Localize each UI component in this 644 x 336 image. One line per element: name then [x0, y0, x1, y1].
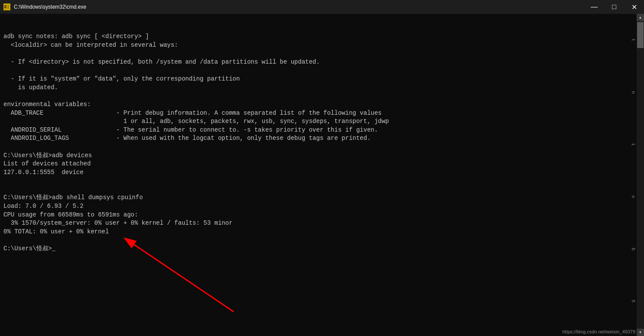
- side-label-o: o: [631, 195, 636, 198]
- console-line: 127.0.0.1:5555 device: [3, 168, 641, 177]
- console-line: CPU usage from 66589ms to 6591ms ago:: [3, 211, 641, 220]
- window-title: C:\Windows\system32\cmd.exe: [14, 4, 641, 10]
- console-line: 0% TOTAL: 0% user + 0% kernel: [3, 228, 641, 236]
- window-controls: — □ ✕: [584, 0, 644, 14]
- console-line: C:\Users\怪叔>_: [3, 245, 641, 253]
- console-line: [3, 177, 641, 185]
- console-line: List of devices attached: [3, 160, 641, 168]
- console-line: [3, 92, 641, 100]
- console-line: [3, 143, 641, 152]
- maximize-button[interactable]: □: [604, 0, 624, 14]
- console-line: [3, 49, 641, 58]
- console-line: C:\Users\怪叔>adb shell dumpsys cpuinfo: [3, 194, 641, 202]
- window-icon: C:: [3, 3, 10, 10]
- console-line: Load: 7.0 / 6.93 / 5.2: [3, 202, 641, 211]
- scrollbar-thumb[interactable]: [637, 22, 644, 48]
- watermark: https://blog.csdn.net/weixin_45079: [562, 329, 635, 334]
- console-line: - If <directory> is not specified, both …: [3, 58, 641, 67]
- side-label-t: t: [631, 39, 636, 42]
- console-line: adb sync notes: adb sync [ <directory> ]: [3, 32, 641, 41]
- cmd-window: C: C:\Windows\system32\cmd.exe — □ ✕ adb…: [0, 0, 644, 336]
- console-line: ANDROID_LOG_TAGS - When used with the lo…: [3, 134, 641, 143]
- console-line: is updated.: [3, 84, 641, 92]
- console-line: [3, 185, 641, 194]
- side-label-5: 5: [631, 300, 636, 303]
- scrollbar[interactable]: ▲ ▼: [637, 14, 644, 336]
- console-line: environmental variables:: [3, 100, 641, 109]
- console-output[interactable]: adb sync notes: adb sync [ <directory> ]…: [0, 14, 644, 336]
- console-line: [3, 236, 641, 245]
- console-line: <localdir> can be interpreted in several…: [3, 41, 641, 50]
- side-label-b: b: [631, 248, 636, 251]
- console-line: 1 or all, adb, sockets, packets, rwx, us…: [3, 117, 641, 126]
- side-label-n: n: [631, 91, 636, 94]
- title-bar: C: C:\Windows\system32\cmd.exe — □ ✕: [0, 0, 644, 14]
- scrollbar-track[interactable]: [637, 21, 644, 329]
- side-labels: t n i o b 5: [630, 14, 637, 327]
- minimize-button[interactable]: —: [584, 0, 604, 14]
- console-line: ADB_TRACE - Print debug information. A c…: [3, 109, 641, 118]
- scrollbar-up-button[interactable]: ▲: [637, 14, 644, 21]
- console-line: [3, 67, 641, 75]
- console-line: - If it is "system" or "data", only the …: [3, 75, 641, 84]
- console-line: 3% 1570/system_server: 0% user + 0% kern…: [3, 219, 641, 228]
- close-button[interactable]: ✕: [624, 0, 644, 14]
- scrollbar-down-button[interactable]: ▼: [637, 329, 644, 336]
- side-label-i: i: [631, 143, 636, 146]
- console-line: C:\Users\怪叔>adb devices: [3, 152, 641, 160]
- console-line: ANDROID_SERIAL - The serial number to co…: [3, 126, 641, 135]
